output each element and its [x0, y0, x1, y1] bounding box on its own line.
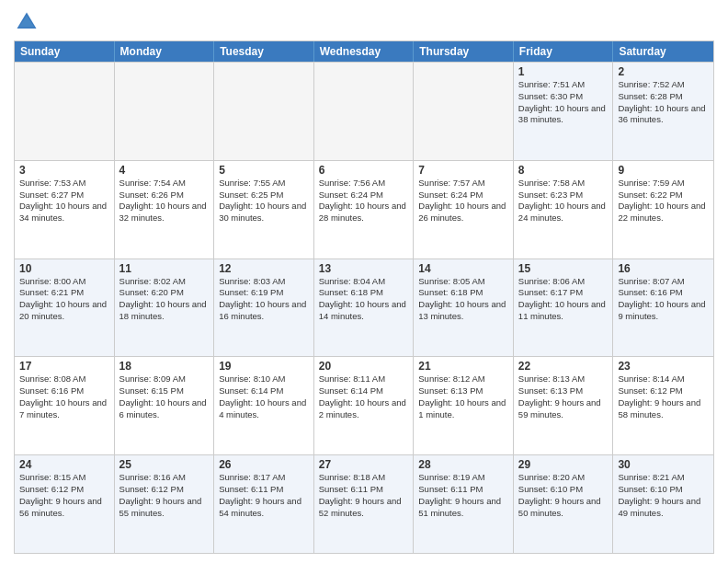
day-number: 18: [119, 360, 210, 373]
calendar-cell: [314, 63, 415, 160]
day-number: 12: [219, 262, 309, 275]
day-number: 8: [518, 164, 609, 177]
calendar-cell: 13Sunrise: 8:04 AM Sunset: 6:18 PM Dayli…: [314, 259, 415, 357]
calendar-cell: 6Sunrise: 7:56 AM Sunset: 6:24 PM Daylig…: [314, 161, 415, 259]
day-info: Sunrise: 8:05 AM Sunset: 6:18 PM Dayligh…: [418, 276, 508, 323]
day-info: Sunrise: 8:16 AM Sunset: 6:12 PM Dayligh…: [119, 472, 210, 519]
calendar-cell: 16Sunrise: 8:07 AM Sunset: 6:16 PM Dayli…: [613, 259, 713, 357]
calendar-cell: 5Sunrise: 7:55 AM Sunset: 6:25 PM Daylig…: [214, 161, 314, 259]
day-info: Sunrise: 8:18 AM Sunset: 6:11 PM Dayligh…: [319, 472, 409, 519]
day-number: 13: [319, 262, 409, 275]
calendar-header-cell: Tuesday: [214, 41, 314, 62]
day-info: Sunrise: 8:06 AM Sunset: 6:17 PM Dayligh…: [518, 276, 609, 323]
calendar-header-cell: Sunday: [15, 41, 115, 62]
day-number: 15: [518, 262, 609, 275]
day-number: 20: [319, 360, 409, 373]
calendar-cell: 19Sunrise: 8:10 AM Sunset: 6:14 PM Dayli…: [214, 357, 314, 454]
calendar-cell: 9Sunrise: 7:59 AM Sunset: 6:22 PM Daylig…: [613, 161, 713, 259]
calendar-cell: 8Sunrise: 7:58 AM Sunset: 6:23 PM Daylig…: [514, 161, 614, 259]
calendar-body: 1Sunrise: 7:51 AM Sunset: 6:30 PM Daylig…: [15, 62, 713, 553]
day-number: 1: [518, 65, 609, 78]
day-number: 2: [618, 65, 709, 78]
header: [14, 9, 714, 35]
day-number: 27: [319, 458, 409, 471]
day-number: 19: [219, 360, 309, 373]
day-info: Sunrise: 7:52 AM Sunset: 6:28 PM Dayligh…: [618, 79, 709, 126]
calendar-cell: 28Sunrise: 8:19 AM Sunset: 6:11 PM Dayli…: [414, 455, 514, 553]
day-info: Sunrise: 7:51 AM Sunset: 6:30 PM Dayligh…: [518, 79, 609, 126]
day-info: Sunrise: 8:07 AM Sunset: 6:16 PM Dayligh…: [618, 276, 709, 323]
day-info: Sunrise: 8:17 AM Sunset: 6:11 PM Dayligh…: [219, 472, 309, 519]
calendar-cell: [115, 63, 215, 160]
day-number: 11: [119, 262, 210, 275]
day-number: 14: [418, 262, 508, 275]
calendar-cell: 24Sunrise: 8:15 AM Sunset: 6:12 PM Dayli…: [15, 455, 115, 553]
calendar-row: 10Sunrise: 8:00 AM Sunset: 6:21 PM Dayli…: [15, 259, 713, 357]
day-number: 25: [119, 458, 210, 471]
day-info: Sunrise: 8:08 AM Sunset: 6:16 PM Dayligh…: [19, 373, 109, 420]
calendar-header-cell: Saturday: [613, 41, 713, 62]
day-info: Sunrise: 8:20 AM Sunset: 6:10 PM Dayligh…: [518, 472, 609, 519]
day-number: 5: [219, 164, 309, 177]
calendar-row: 1Sunrise: 7:51 AM Sunset: 6:30 PM Daylig…: [15, 62, 713, 160]
day-info: Sunrise: 8:03 AM Sunset: 6:19 PM Dayligh…: [219, 276, 309, 323]
day-info: Sunrise: 7:55 AM Sunset: 6:25 PM Dayligh…: [219, 178, 309, 224]
day-info: Sunrise: 8:00 AM Sunset: 6:21 PM Dayligh…: [19, 276, 109, 323]
calendar-cell: 11Sunrise: 8:02 AM Sunset: 6:20 PM Dayli…: [115, 259, 215, 357]
day-info: Sunrise: 8:04 AM Sunset: 6:18 PM Dayligh…: [319, 276, 409, 323]
day-info: Sunrise: 8:15 AM Sunset: 6:12 PM Dayligh…: [19, 472, 109, 519]
day-number: 24: [19, 458, 109, 471]
day-info: Sunrise: 7:53 AM Sunset: 6:27 PM Dayligh…: [19, 178, 109, 224]
calendar-cell: 29Sunrise: 8:20 AM Sunset: 6:10 PM Dayli…: [514, 455, 614, 553]
day-info: Sunrise: 7:54 AM Sunset: 6:26 PM Dayligh…: [119, 178, 210, 224]
day-info: Sunrise: 8:13 AM Sunset: 6:13 PM Dayligh…: [518, 373, 609, 420]
calendar-header-cell: Thursday: [414, 41, 514, 62]
calendar-header-cell: Monday: [115, 41, 215, 62]
calendar-cell: 14Sunrise: 8:05 AM Sunset: 6:18 PM Dayli…: [414, 259, 514, 357]
day-info: Sunrise: 8:19 AM Sunset: 6:11 PM Dayligh…: [418, 472, 508, 519]
day-info: Sunrise: 7:56 AM Sunset: 6:24 PM Dayligh…: [319, 178, 409, 224]
calendar-cell: 4Sunrise: 7:54 AM Sunset: 6:26 PM Daylig…: [115, 161, 215, 259]
day-number: 23: [618, 360, 709, 373]
calendar-cell: [15, 63, 115, 160]
day-number: 6: [319, 164, 409, 177]
day-number: 7: [418, 164, 508, 177]
day-info: Sunrise: 8:14 AM Sunset: 6:12 PM Dayligh…: [618, 373, 709, 420]
day-number: 28: [418, 458, 508, 471]
day-info: Sunrise: 8:11 AM Sunset: 6:14 PM Dayligh…: [319, 373, 409, 420]
logo-icon: [14, 9, 40, 35]
calendar-cell: [414, 63, 514, 160]
day-info: Sunrise: 7:57 AM Sunset: 6:24 PM Dayligh…: [418, 178, 508, 224]
calendar-cell: 15Sunrise: 8:06 AM Sunset: 6:17 PM Dayli…: [514, 259, 614, 357]
page: SundayMondayTuesdayWednesdayThursdayFrid…: [0, 0, 728, 563]
day-info: Sunrise: 7:59 AM Sunset: 6:22 PM Dayligh…: [618, 178, 709, 224]
calendar-cell: 21Sunrise: 8:12 AM Sunset: 6:13 PM Dayli…: [414, 357, 514, 454]
calendar-cell: 23Sunrise: 8:14 AM Sunset: 6:12 PM Dayli…: [613, 357, 713, 454]
calendar-cell: 1Sunrise: 7:51 AM Sunset: 6:30 PM Daylig…: [514, 63, 614, 160]
calendar-header-cell: Wednesday: [314, 41, 415, 62]
day-info: Sunrise: 8:09 AM Sunset: 6:15 PM Dayligh…: [119, 373, 210, 420]
calendar-cell: 22Sunrise: 8:13 AM Sunset: 6:13 PM Dayli…: [514, 357, 614, 454]
calendar-header-cell: Friday: [514, 41, 614, 62]
day-number: 9: [618, 164, 709, 177]
calendar-row: 24Sunrise: 8:15 AM Sunset: 6:12 PM Dayli…: [15, 454, 713, 553]
day-number: 22: [518, 360, 609, 373]
calendar-cell: 18Sunrise: 8:09 AM Sunset: 6:15 PM Dayli…: [115, 357, 215, 454]
calendar-cell: 3Sunrise: 7:53 AM Sunset: 6:27 PM Daylig…: [15, 161, 115, 259]
day-number: 3: [19, 164, 109, 177]
day-info: Sunrise: 8:21 AM Sunset: 6:10 PM Dayligh…: [618, 472, 709, 519]
day-info: Sunrise: 7:58 AM Sunset: 6:23 PM Dayligh…: [518, 178, 609, 224]
calendar-row: 3Sunrise: 7:53 AM Sunset: 6:27 PM Daylig…: [15, 160, 713, 259]
day-info: Sunrise: 8:12 AM Sunset: 6:13 PM Dayligh…: [418, 373, 508, 420]
calendar-cell: [214, 63, 314, 160]
calendar-header: SundayMondayTuesdayWednesdayThursdayFrid…: [15, 41, 713, 62]
calendar-cell: 30Sunrise: 8:21 AM Sunset: 6:10 PM Dayli…: [613, 455, 713, 553]
logo: [14, 9, 43, 35]
day-number: 16: [618, 262, 709, 275]
day-number: 30: [618, 458, 709, 471]
calendar-cell: 10Sunrise: 8:00 AM Sunset: 6:21 PM Dayli…: [15, 259, 115, 357]
day-number: 21: [418, 360, 508, 373]
day-number: 17: [19, 360, 109, 373]
day-info: Sunrise: 8:02 AM Sunset: 6:20 PM Dayligh…: [119, 276, 210, 323]
calendar: SundayMondayTuesdayWednesdayThursdayFrid…: [14, 40, 714, 554]
